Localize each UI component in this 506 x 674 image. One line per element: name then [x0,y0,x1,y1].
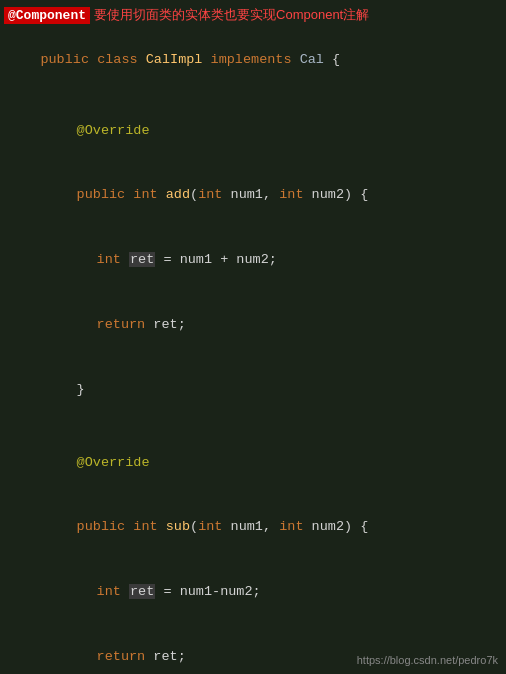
keyword-public: public [40,52,97,67]
params-add: (int num1, int num2) { [190,187,368,202]
interface-name: Cal [300,52,332,67]
kw-return-sub: return [97,649,154,664]
assign-add: = num1 + num2; [155,252,277,267]
body-add-1: int ret = num1 + num2; [0,228,506,293]
override-sub: @Override [0,431,506,496]
kw-public-sub: public [77,519,134,534]
annotation-override-sub: @Override [77,455,150,470]
return-val-sub: ret; [153,649,185,664]
signature-sub: public int sub(int num1, int num2) { [0,495,506,560]
annotation-override-add: @Override [77,123,150,138]
var-ret-add: ret [129,252,155,267]
override-add: @Override [0,99,506,164]
close-add: } [0,358,506,423]
class-name: CalImpl [146,52,211,67]
body-sub-1: int ret = num1-num2; [0,560,506,625]
annotation-bar: @Component 要使用切面类的实体类也要实现Component注解 [0,4,506,26]
open-brace: { [332,52,340,67]
method-add: @Override public int add(int num1, int n… [0,99,506,423]
method-name-sub: sub [166,519,190,534]
body-sub-2: return ret; [0,625,506,674]
kw-int-body-add: int [97,252,129,267]
watermark: https://blog.csdn.net/pedro7k [357,654,498,666]
close-brace-add: } [77,382,85,397]
signature-add: public int add(int num1, int num2) { [0,164,506,229]
annotation-message: 要使用切面类的实体类也要实现Component注解 [94,6,369,24]
kw-int-add: int [133,187,165,202]
class-declaration: public class CalImpl implements Cal { [0,28,506,93]
body-add-2: return ret; [0,293,506,358]
kw-int-sub: int [133,519,165,534]
return-val-add: ret; [153,317,185,332]
code-editor: @Component 要使用切面类的实体类也要实现Component注解 pub… [0,0,506,674]
kw-int-body-sub: int [97,584,129,599]
kw-public-add: public [77,187,134,202]
kw-return-add: return [97,317,154,332]
keyword-implements: implements [211,52,300,67]
method-name-add: add [166,187,190,202]
method-sub: @Override public int sub(int num1, int n… [0,431,506,674]
params-sub: (int num1, int num2) { [190,519,368,534]
var-ret-sub: ret [129,584,155,599]
keyword-class: class [97,52,146,67]
component-badge: @Component [4,7,90,24]
assign-sub: = num1-num2; [155,584,260,599]
